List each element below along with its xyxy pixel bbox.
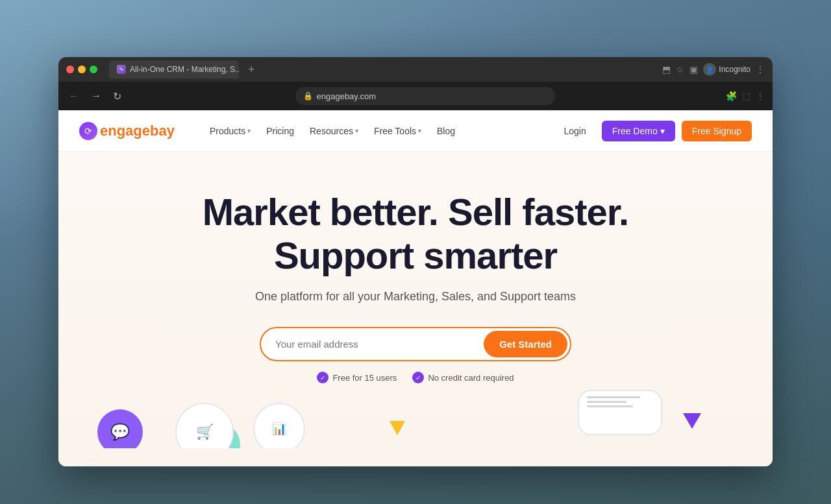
- menu-icon: ⋮: [756, 64, 765, 75]
- free-demo-button[interactable]: Free Demo ▾: [602, 121, 675, 141]
- window-icon: ▣: [689, 64, 698, 75]
- speech-line: [587, 396, 640, 398]
- nav-free-tools[interactable]: Free Tools ▾: [367, 122, 428, 140]
- logo[interactable]: ⟳ engagebay: [79, 122, 175, 140]
- logo-text-end: bay: [150, 123, 175, 139]
- logo-icon: ⟳: [79, 122, 97, 140]
- forward-button[interactable]: →: [88, 88, 104, 104]
- new-tab-button[interactable]: +: [244, 64, 259, 75]
- reload-button[interactable]: ↻: [110, 88, 124, 105]
- close-button[interactable]: [66, 66, 74, 73]
- url-bar[interactable]: 🔒 engagebay.com: [295, 87, 555, 105]
- tab-label: All-in-One CRM - Marketing, S...: [130, 65, 239, 74]
- check-icon: ✓: [317, 372, 329, 383]
- deco-speech-bubble: [578, 390, 662, 435]
- logo-text-start: engage: [100, 123, 150, 139]
- deco-chat-icon: 💬: [97, 409, 143, 448]
- deco-dashboard-icon: 📊: [253, 403, 305, 448]
- login-button[interactable]: Login: [554, 121, 595, 141]
- hero-section: Market better. Sell faster. Support smar…: [58, 152, 773, 466]
- site-content: ⟳ engagebay Products ▾ Pricing Resources…: [58, 110, 773, 466]
- nav-blog[interactable]: Blog: [430, 122, 462, 140]
- nav-resources[interactable]: Resources ▾: [303, 122, 365, 140]
- chevron-down-icon: ▾: [660, 126, 665, 136]
- browser-window: ✎ All-in-One CRM - Marketing, S... ✕ + ⬒…: [58, 57, 773, 466]
- trust-badges: ✓ Free for 15 users ✓ No credit card req…: [71, 372, 760, 383]
- get-started-button[interactable]: Get Started: [484, 331, 567, 357]
- hero-title: Market better. Sell faster. Support smar…: [71, 191, 760, 277]
- incognito-indicator: 👤 Incognito: [703, 63, 750, 76]
- maximize-button[interactable]: [90, 66, 97, 73]
- minimize-button[interactable]: [78, 66, 86, 73]
- browser-tab[interactable]: ✎ All-in-One CRM - Marketing, S... ✕: [109, 60, 239, 78]
- nav-pricing[interactable]: Pricing: [260, 122, 301, 140]
- incognito-label: Incognito: [719, 65, 750, 74]
- speech-line: [587, 405, 633, 407]
- address-bar-actions: 🧩 ⬚ ⋮: [726, 91, 765, 101]
- deco-purple-triangle: [683, 413, 701, 429]
- chevron-down-icon: ▾: [418, 127, 421, 134]
- profile-icon: ⬚: [742, 91, 750, 101]
- extensions-icon: 🧩: [726, 91, 737, 101]
- window-controls: [66, 66, 97, 73]
- site-nav: ⟳ engagebay Products ▾ Pricing Resources…: [58, 110, 773, 152]
- nav-links: Products ▾ Pricing Resources ▾ Free Tool…: [203, 122, 539, 140]
- nav-products[interactable]: Products ▾: [203, 122, 257, 140]
- hero-decorations: 💬 🛒 📊: [71, 383, 760, 448]
- tab-bar-right: ⬒ ☆ ▣ 👤 Incognito ⋮: [662, 63, 765, 76]
- email-form[interactable]: Get Started: [260, 327, 571, 361]
- badge-no-credit-card: ✓ No credit card required: [412, 372, 514, 383]
- logo-wordmark: engagebay: [100, 123, 175, 139]
- chevron-down-icon: ▾: [355, 127, 358, 134]
- deco-yellow-triangle: [390, 421, 405, 435]
- speech-line: [587, 401, 626, 403]
- lock-icon: 🔒: [303, 91, 313, 101]
- more-icon: ⋮: [756, 91, 765, 101]
- check-icon: ✓: [412, 372, 424, 383]
- nav-actions: Login Free Demo ▾ Free Signup: [554, 121, 752, 141]
- chevron-down-icon: ▾: [247, 127, 251, 134]
- incognito-avatar: 👤: [703, 63, 716, 76]
- tab-bar: ✎ All-in-One CRM - Marketing, S... ✕ + ⬒…: [58, 57, 773, 82]
- cast-icon: ⬒: [662, 64, 671, 75]
- email-input[interactable]: [264, 331, 484, 357]
- badge-free-users: ✓ Free for 15 users: [317, 372, 397, 383]
- tab-favicon: ✎: [117, 65, 126, 74]
- address-bar: ← → ↻ 🔒 engagebay.com 🧩 ⬚ ⋮: [58, 82, 773, 110]
- back-button[interactable]: ←: [66, 88, 82, 104]
- deco-store-icon: 🛒: [175, 403, 234, 448]
- bookmark-icon: ☆: [676, 64, 684, 75]
- free-signup-button[interactable]: Free Signup: [682, 121, 752, 141]
- url-text: engagebay.com: [317, 91, 377, 101]
- hero-subtitle: One platform for all your Marketing, Sal…: [71, 290, 760, 304]
